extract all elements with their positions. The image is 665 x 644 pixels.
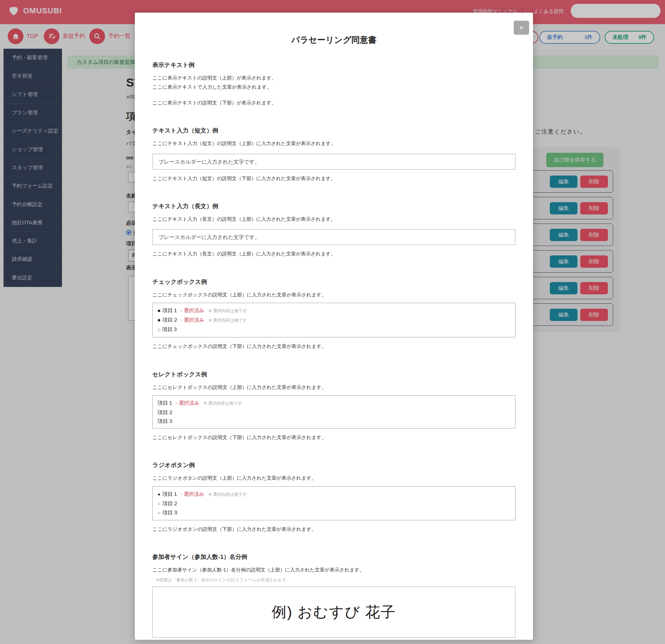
modal-title: パラセーリング同意書: [152, 34, 515, 46]
section-checkbox: チェックボックス例 ここにチェックボックスの説明文（上部）に入力された文章が表示…: [152, 278, 515, 350]
desc-bottom: ここにテキスト入力（短文）の説明文（下部）に入力された文章が表示されます。: [152, 174, 515, 182]
desc-bottom: ここに表示テキストの説明文（下部）が表示されます。: [152, 99, 515, 107]
select-option[interactable]: 項目２: [158, 408, 510, 417]
selected-flag: - 選択済み: [181, 490, 204, 499]
desc-bottom: ここにセレクトボックスの説明文（下部）に入力された文章が表示されます。: [152, 433, 515, 441]
selected-flag: - 選択済み: [176, 399, 199, 407]
example-note: ※ 選択内容は例です: [208, 490, 247, 499]
selected-flag: - 選択済み: [181, 306, 204, 315]
checkbox-unchecked-icon: □: [158, 326, 160, 334]
desc-top: ここにラジオボタンの説明文（上部）に入力された文章が表示されます。: [152, 474, 515, 482]
radio-option[interactable]: ○ 項目３: [158, 508, 510, 517]
example-note: ※ 選択内容は例です: [203, 399, 242, 408]
checkbox-group: ■ 項目１ - 選択済み ※ 選択内容は例です ■ 項目２ - 選択済み ※ 選…: [152, 303, 515, 337]
section-display-text: 表示テキスト例 ここに表示テキストの説明文（上部）が表示されます。 ここに表示テ…: [152, 61, 515, 107]
section-radio: ラジオボタン例 ここにラジオボタンの説明文（上部）に入力された文章が表示されます…: [152, 461, 515, 533]
select-option[interactable]: 項目１ - 選択済み ※ 選択内容は例です: [158, 398, 510, 408]
example-note: ※ 選択内容は例です: [208, 307, 247, 315]
section-title: チェックボックス例: [152, 278, 515, 286]
participant-signature-pad[interactable]: 例) おむすび 花子: [152, 587, 515, 638]
checkbox-option[interactable]: ■ 項目２ - 選択済み ※ 選択内容は例です: [158, 315, 510, 325]
section-title: テキスト入力（長文）例: [152, 202, 515, 210]
radio-unchecked-icon: ○: [158, 499, 160, 508]
checkbox-option[interactable]: □ 項目３: [158, 325, 510, 334]
section-text-short: テキスト入力（短文）例 ここにテキスト入力（短文）の説明文（上部）に入力された文…: [152, 126, 515, 182]
desc-top: ここにテキスト入力（長文）の説明文（上部）に入力された文章が表示されます。: [152, 215, 515, 223]
close-icon[interactable]: ×: [514, 21, 529, 35]
radio-option[interactable]: ○ 項目２: [158, 499, 510, 508]
option-label: 項目３: [162, 508, 178, 517]
desc-bottom: ここに参加者サイン（参加人数-1）名分例の説明文（下部）に入力された文章が表示さ…: [152, 643, 515, 644]
section-title: 参加者サイン（参加人数-1）名分例: [152, 553, 515, 561]
desc-bottom: ここにチェックボックスの説明文（下部）に入力された文章が表示されます。: [152, 342, 515, 350]
selected-flag: - 選択済み: [181, 316, 204, 324]
desc-top: ここに表示テキストの説明文（上部）が表示されます。: [152, 74, 515, 82]
radio-group: ● 項目１ - 選択済み ※ 選択内容は例です ○ 項目２ ○ 項目３: [152, 486, 515, 520]
radio-unchecked-icon: ○: [158, 508, 160, 517]
section-participant-sign: 参加者サイン（参加人数-1）名分例 ここに参加者サイン（参加人数-1）名分例の説…: [152, 553, 515, 644]
section-text-long: テキスト入力（長文）例 ここにテキスト入力（長文）の説明文（上部）に入力された文…: [152, 202, 515, 258]
example-note: ※ 選択内容は例です: [208, 316, 247, 325]
desc-bottom: ここにテキスト入力（長文）の説明文（上部）に入力された文章が表示されます。: [152, 250, 515, 258]
option-label: 項目１: [158, 398, 173, 407]
option-label: 項目１: [162, 489, 178, 498]
option-label: 項目１: [162, 306, 178, 315]
desc-top: ここにテキスト入力（短文）の説明文（上部）に入力された文章が表示されます。: [152, 139, 515, 147]
desc-top: ここにチェックボックスの説明文（上部）に入力された文章が表示されます。: [152, 291, 515, 299]
checkbox-option[interactable]: ■ 項目１ - 選択済み ※ 選択内容は例です: [158, 306, 510, 315]
short-text-input[interactable]: [152, 154, 515, 170]
section-title: テキスト入力（短文）例: [152, 126, 515, 135]
option-label: 項目３: [158, 417, 173, 425]
long-text-input[interactable]: [152, 229, 515, 245]
section-select: セレクトボックス例 ここにセレクトボックスの説明文（上部）に入力された文章が表示…: [152, 370, 515, 441]
select-option[interactable]: 項目３: [158, 417, 510, 425]
section-title: セレクトボックス例: [152, 370, 515, 378]
option-label: 項目２: [162, 315, 178, 324]
sign-generation-note: ※実際は「参加人数-1」名分のサインの記入フォームが生成されます。: [156, 577, 515, 583]
section-title: ラジオボタン例: [152, 461, 515, 469]
consent-preview-modal: × パラセーリング同意書 表示テキスト例 ここに表示テキストの説明文（上部）が表…: [135, 13, 533, 640]
option-label: 項目２: [158, 408, 173, 417]
radio-checked-icon: ●: [158, 490, 160, 499]
display-text-value: ここに表示テキストで入力した文章が表示されます。: [152, 83, 515, 91]
desc-top: ここにセレクトボックスの説明文（上部）に入力された文章が表示されます。: [152, 383, 515, 391]
desc-top: ここに参加者サイン（参加人数-1）名分例の説明文（上部）に入力された文章が表示さ…: [152, 566, 515, 574]
checkbox-checked-icon: ■: [158, 316, 160, 324]
radio-option[interactable]: ● 項目１ - 選択済み ※ 選択内容は例です: [158, 489, 510, 499]
option-label: 項目２: [162, 499, 178, 508]
select-listbox: 項目１ - 選択済み ※ 選択内容は例です 項目２ 項目３: [152, 395, 515, 429]
signature-example: 例) おむすび 花子: [272, 602, 396, 622]
desc-bottom: ここにラジオボタンの説明文（下部）に入力された文章が表示されます。: [152, 525, 515, 533]
section-title: 表示テキスト例: [152, 61, 515, 69]
checkbox-checked-icon: ■: [158, 306, 160, 315]
option-label: 項目３: [162, 325, 178, 334]
